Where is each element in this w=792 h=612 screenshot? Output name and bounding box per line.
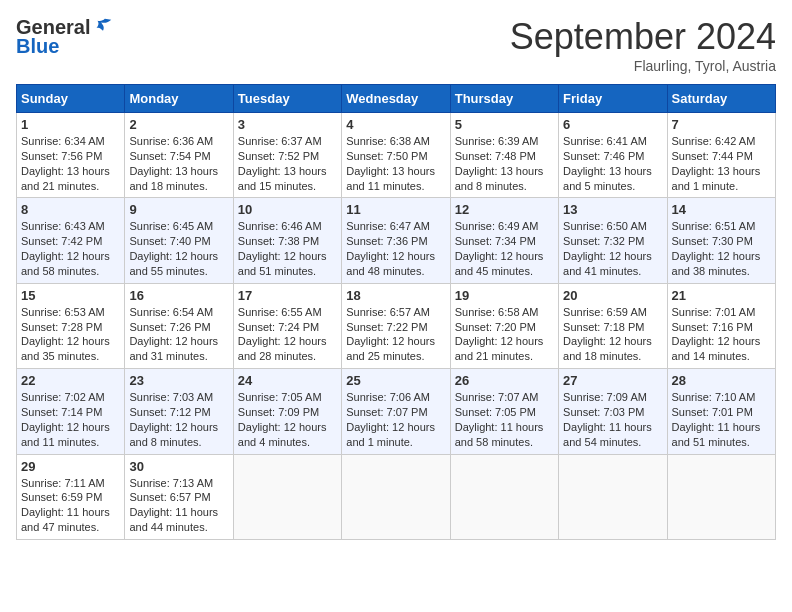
day-number: 12 [455, 202, 554, 217]
calendar-cell: 28Sunrise: 7:10 AMSunset: 7:01 PMDayligh… [667, 369, 775, 454]
calendar-cell: 5Sunrise: 6:39 AMSunset: 7:48 PMDaylight… [450, 113, 558, 198]
day-info: Sunrise: 6:51 AMSunset: 7:30 PMDaylight:… [672, 219, 771, 278]
day-number: 10 [238, 202, 337, 217]
calendar-row-2: 15Sunrise: 6:53 AMSunset: 7:28 PMDayligh… [17, 283, 776, 368]
day-number: 21 [672, 288, 771, 303]
day-info: Sunrise: 6:59 AMSunset: 7:18 PMDaylight:… [563, 305, 662, 364]
day-number: 18 [346, 288, 445, 303]
day-info: Sunrise: 6:43 AMSunset: 7:42 PMDaylight:… [21, 219, 120, 278]
calendar-cell [233, 454, 341, 539]
calendar-cell: 12Sunrise: 6:49 AMSunset: 7:34 PMDayligh… [450, 198, 558, 283]
day-info: Sunrise: 6:53 AMSunset: 7:28 PMDaylight:… [21, 305, 120, 364]
day-number: 23 [129, 373, 228, 388]
day-info: Sunrise: 6:49 AMSunset: 7:34 PMDaylight:… [455, 219, 554, 278]
day-number: 4 [346, 117, 445, 132]
calendar-cell: 17Sunrise: 6:55 AMSunset: 7:24 PMDayligh… [233, 283, 341, 368]
calendar-cell: 1Sunrise: 6:34 AMSunset: 7:56 PMDaylight… [17, 113, 125, 198]
day-number: 16 [129, 288, 228, 303]
calendar-cell: 27Sunrise: 7:09 AMSunset: 7:03 PMDayligh… [559, 369, 667, 454]
calendar-cell: 25Sunrise: 7:06 AMSunset: 7:07 PMDayligh… [342, 369, 450, 454]
day-info: Sunrise: 6:39 AMSunset: 7:48 PMDaylight:… [455, 134, 554, 193]
day-info: Sunrise: 6:38 AMSunset: 7:50 PMDaylight:… [346, 134, 445, 193]
calendar-cell: 16Sunrise: 6:54 AMSunset: 7:26 PMDayligh… [125, 283, 233, 368]
logo-blue-text: Blue [16, 35, 59, 58]
logo-bird-icon [92, 17, 114, 39]
day-info: Sunrise: 7:10 AMSunset: 7:01 PMDaylight:… [672, 390, 771, 449]
day-number: 11 [346, 202, 445, 217]
day-info: Sunrise: 6:34 AMSunset: 7:56 PMDaylight:… [21, 134, 120, 193]
calendar-cell [667, 454, 775, 539]
location-text: Flaurling, Tyrol, Austria [510, 58, 776, 74]
calendar-cell: 13Sunrise: 6:50 AMSunset: 7:32 PMDayligh… [559, 198, 667, 283]
calendar-cell: 2Sunrise: 6:36 AMSunset: 7:54 PMDaylight… [125, 113, 233, 198]
day-number: 26 [455, 373, 554, 388]
day-info: Sunrise: 6:58 AMSunset: 7:20 PMDaylight:… [455, 305, 554, 364]
page-header: General Blue September 2024 Flaurling, T… [16, 16, 776, 74]
day-number: 8 [21, 202, 120, 217]
calendar-cell: 21Sunrise: 7:01 AMSunset: 7:16 PMDayligh… [667, 283, 775, 368]
day-info: Sunrise: 7:06 AMSunset: 7:07 PMDaylight:… [346, 390, 445, 449]
calendar-row-0: 1Sunrise: 6:34 AMSunset: 7:56 PMDaylight… [17, 113, 776, 198]
day-number: 22 [21, 373, 120, 388]
day-number: 9 [129, 202, 228, 217]
day-info: Sunrise: 7:13 AMSunset: 6:57 PMDaylight:… [129, 476, 228, 535]
calendar-header-saturday: Saturday [667, 85, 775, 113]
day-number: 14 [672, 202, 771, 217]
day-info: Sunrise: 7:03 AMSunset: 7:12 PMDaylight:… [129, 390, 228, 449]
calendar-header-sunday: Sunday [17, 85, 125, 113]
month-title: September 2024 [510, 16, 776, 58]
calendar-header-tuesday: Tuesday [233, 85, 341, 113]
calendar-cell: 30Sunrise: 7:13 AMSunset: 6:57 PMDayligh… [125, 454, 233, 539]
calendar-cell: 11Sunrise: 6:47 AMSunset: 7:36 PMDayligh… [342, 198, 450, 283]
day-number: 2 [129, 117, 228, 132]
day-number: 30 [129, 459, 228, 474]
calendar-cell: 15Sunrise: 6:53 AMSunset: 7:28 PMDayligh… [17, 283, 125, 368]
day-number: 5 [455, 117, 554, 132]
calendar-cell: 26Sunrise: 7:07 AMSunset: 7:05 PMDayligh… [450, 369, 558, 454]
calendar-row-1: 8Sunrise: 6:43 AMSunset: 7:42 PMDaylight… [17, 198, 776, 283]
calendar-row-3: 22Sunrise: 7:02 AMSunset: 7:14 PMDayligh… [17, 369, 776, 454]
calendar-header-friday: Friday [559, 85, 667, 113]
day-number: 6 [563, 117, 662, 132]
day-number: 25 [346, 373, 445, 388]
calendar-table: SundayMondayTuesdayWednesdayThursdayFrid… [16, 84, 776, 540]
day-number: 17 [238, 288, 337, 303]
calendar-cell: 18Sunrise: 6:57 AMSunset: 7:22 PMDayligh… [342, 283, 450, 368]
day-number: 29 [21, 459, 120, 474]
calendar-header-thursday: Thursday [450, 85, 558, 113]
day-info: Sunrise: 7:01 AMSunset: 7:16 PMDaylight:… [672, 305, 771, 364]
day-info: Sunrise: 6:55 AMSunset: 7:24 PMDaylight:… [238, 305, 337, 364]
calendar-cell: 10Sunrise: 6:46 AMSunset: 7:38 PMDayligh… [233, 198, 341, 283]
calendar-cell: 23Sunrise: 7:03 AMSunset: 7:12 PMDayligh… [125, 369, 233, 454]
day-info: Sunrise: 6:50 AMSunset: 7:32 PMDaylight:… [563, 219, 662, 278]
day-number: 19 [455, 288, 554, 303]
day-number: 15 [21, 288, 120, 303]
calendar-cell [342, 454, 450, 539]
day-info: Sunrise: 6:41 AMSunset: 7:46 PMDaylight:… [563, 134, 662, 193]
calendar-cell: 6Sunrise: 6:41 AMSunset: 7:46 PMDaylight… [559, 113, 667, 198]
day-number: 20 [563, 288, 662, 303]
calendar-cell [559, 454, 667, 539]
title-block: September 2024 Flaurling, Tyrol, Austria [510, 16, 776, 74]
calendar-cell: 8Sunrise: 6:43 AMSunset: 7:42 PMDaylight… [17, 198, 125, 283]
day-info: Sunrise: 6:47 AMSunset: 7:36 PMDaylight:… [346, 219, 445, 278]
calendar-header-wednesday: Wednesday [342, 85, 450, 113]
day-info: Sunrise: 6:57 AMSunset: 7:22 PMDaylight:… [346, 305, 445, 364]
day-number: 7 [672, 117, 771, 132]
day-info: Sunrise: 6:54 AMSunset: 7:26 PMDaylight:… [129, 305, 228, 364]
day-number: 24 [238, 373, 337, 388]
calendar-header-monday: Monday [125, 85, 233, 113]
calendar-cell: 9Sunrise: 6:45 AMSunset: 7:40 PMDaylight… [125, 198, 233, 283]
day-info: Sunrise: 7:09 AMSunset: 7:03 PMDaylight:… [563, 390, 662, 449]
calendar-cell: 20Sunrise: 6:59 AMSunset: 7:18 PMDayligh… [559, 283, 667, 368]
logo: General Blue [16, 16, 114, 58]
day-number: 13 [563, 202, 662, 217]
calendar-cell: 3Sunrise: 6:37 AMSunset: 7:52 PMDaylight… [233, 113, 341, 198]
day-number: 28 [672, 373, 771, 388]
calendar-cell: 22Sunrise: 7:02 AMSunset: 7:14 PMDayligh… [17, 369, 125, 454]
calendar-cell: 14Sunrise: 6:51 AMSunset: 7:30 PMDayligh… [667, 198, 775, 283]
day-info: Sunrise: 6:36 AMSunset: 7:54 PMDaylight:… [129, 134, 228, 193]
day-info: Sunrise: 6:42 AMSunset: 7:44 PMDaylight:… [672, 134, 771, 193]
day-number: 27 [563, 373, 662, 388]
day-number: 1 [21, 117, 120, 132]
